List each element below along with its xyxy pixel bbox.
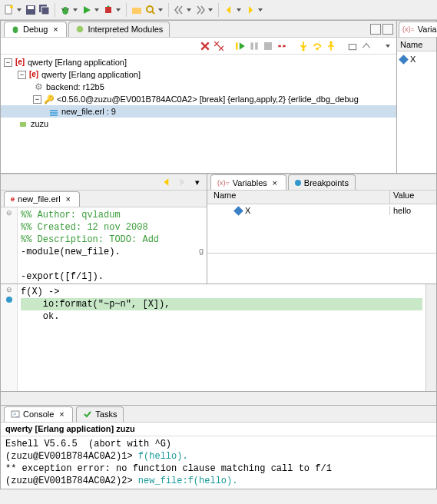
column-value[interactable]: Value (390, 191, 436, 204)
column-header[interactable]: Name (397, 38, 436, 51)
fwd-dropdown[interactable] (258, 4, 264, 16)
disconnect-icon[interactable] (276, 41, 287, 51)
editor-gutter[interactable]: ⊖ (1, 284, 18, 391)
save-icon[interactable] (25, 4, 37, 16)
var-name: X (245, 206, 250, 215)
collapse-icon[interactable]: − (33, 95, 41, 104)
forward-icon[interactable] (244, 4, 257, 16)
save-all-icon[interactable] (38, 4, 51, 16)
editor-tab[interactable]: e new_file.erl × (4, 191, 80, 207)
tab-variables[interactable]: (x)= Variables × (210, 174, 286, 190)
ext-tools-icon[interactable] (102, 4, 114, 16)
console-title: qwerty [Erlang application] zuzu (1, 423, 436, 436)
maximize-icon[interactable] (382, 24, 393, 35)
tab-breakpoints[interactable]: Breakpoints (288, 174, 356, 190)
overview-ruler[interactable] (425, 284, 436, 391)
code-editor[interactable]: f(X) -> io:format("~p~n", [X]), ok. (18, 284, 425, 391)
back-icon[interactable] (161, 176, 173, 188)
search-dropdown[interactable] (158, 4, 164, 16)
remove-all-icon[interactable] (214, 41, 224, 51)
new-icon[interactable] (3, 4, 15, 16)
variable-name: X (410, 55, 415, 64)
code-line: -export([f/1]). (21, 270, 196, 283)
forward-icon[interactable] (176, 176, 188, 188)
svg-text:>_: >_ (13, 411, 19, 417)
tree-row-app[interactable]: − [e] qwerty [Erlang application] (1, 56, 396, 68)
tree-label: zuzu (31, 118, 48, 130)
ext-dropdown[interactable] (116, 4, 122, 16)
menu-icon[interactable] (382, 41, 393, 51)
tab-interpreted-modules[interactable]: Interpreted Modules (68, 22, 170, 37)
debug-dropdown[interactable] (73, 4, 79, 16)
search-icon[interactable] (144, 4, 157, 16)
tree-row-frame[interactable]: new_file.erl : 9 (1, 105, 396, 118)
breakpoint-icon (295, 180, 301, 186)
drop-frame-icon[interactable] (347, 41, 358, 51)
tab-tasks[interactable]: Tasks (76, 406, 124, 422)
debug-toolbar (1, 38, 396, 55)
detail-pane[interactable] (207, 253, 436, 284)
debug-view: Debug × Interpreted Modules (0, 20, 397, 174)
svg-rect-15 (236, 42, 237, 49)
tree-row-app[interactable]: − [e] qwerty [Erlang application] (1, 68, 396, 81)
back-dropdown[interactable] (237, 4, 243, 16)
step-filters-icon[interactable] (361, 41, 372, 51)
close-icon[interactable]: × (270, 178, 280, 187)
svg-point-14 (77, 26, 84, 33)
tree-row-backend[interactable]: ⚙ backend: r12b5 (1, 81, 396, 93)
suspend-icon[interactable] (249, 41, 260, 51)
tree-row-process[interactable]: − 🔑 <0.56.0@zuzu@EV001B784AC0A2> [break]… (1, 93, 396, 105)
resume-icon[interactable] (235, 41, 246, 51)
var-value: hello (390, 206, 436, 215)
svg-rect-16 (250, 42, 253, 49)
tab-variables-right[interactable]: (x)= Variabl (399, 22, 437, 37)
code-editor[interactable]: %% Author: qvladum %% Created: 12 nov 20… (18, 207, 199, 284)
console-line: (zuzu@EV001B784AC0A2)2> new_file:f(hello… (5, 475, 432, 487)
collapse-icon[interactable]: − (4, 58, 12, 67)
svg-point-18 (302, 48, 305, 50)
remove-icon[interactable] (200, 41, 210, 51)
editor-gutter[interactable]: ⊖ (1, 207, 18, 284)
console-line: (zuzu@EV001B784AC0A2)1> f(hello). (5, 450, 432, 463)
collapse-icon[interactable]: − (18, 71, 26, 79)
svg-point-1 (10, 5, 13, 8)
menu-icon[interactable]: ▾ (191, 176, 204, 188)
run-icon[interactable] (81, 4, 93, 16)
nav1-dropdown[interactable] (187, 4, 193, 16)
tab-label: Interpreted Modules (88, 25, 163, 34)
close-icon[interactable]: × (51, 25, 60, 34)
erlang-app-icon: [e] (15, 57, 25, 68)
tree-row-node[interactable]: zuzu (1, 118, 396, 130)
console-output[interactable]: Eshell V5.6.5 (abort with ^G) (zuzu@EV00… (1, 436, 436, 489)
tab-console[interactable]: >_ Console × (4, 406, 73, 422)
nav-fwd-group-icon[interactable] (194, 4, 207, 16)
tree-label: qwerty [Erlang application] (28, 56, 127, 68)
new-dropdown[interactable] (17, 4, 23, 16)
code-line: ok. (21, 310, 422, 323)
column-name[interactable]: Name (207, 191, 390, 204)
nav2-dropdown[interactable] (208, 4, 214, 16)
variable-icon (233, 206, 243, 216)
step-over-icon[interactable] (312, 41, 323, 51)
nav-back-group-icon[interactable] (173, 4, 185, 16)
variable-row[interactable]: X hello (207, 204, 436, 217)
step-into-icon[interactable] (298, 41, 309, 51)
close-icon[interactable]: × (57, 410, 66, 419)
minimize-icon[interactable] (370, 24, 381, 35)
debug-icon[interactable] (59, 4, 71, 16)
svg-rect-17 (255, 42, 258, 49)
terminate-icon[interactable] (263, 41, 273, 51)
step-return-icon[interactable] (326, 41, 336, 51)
editor-nav-bar: ▾ (1, 174, 207, 191)
back-icon[interactable] (223, 4, 235, 16)
folder-icon[interactable] (131, 4, 143, 16)
code-line: %% Created: 12 nov 2008 (21, 221, 196, 234)
variable-row[interactable]: X (400, 53, 433, 65)
tab-label: Console (23, 410, 54, 419)
code-line: f(X) -> (21, 286, 422, 298)
run-dropdown[interactable] (94, 4, 101, 16)
tab-debug[interactable]: Debug × (4, 22, 67, 37)
node-icon (18, 118, 28, 129)
breakpoint-marker[interactable] (6, 297, 12, 303)
close-icon[interactable]: × (64, 194, 73, 204)
